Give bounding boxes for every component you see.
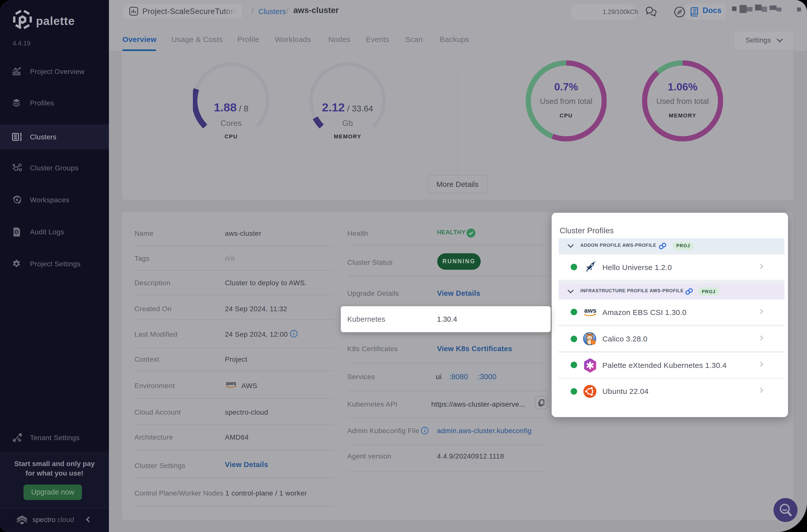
svg-text:aws: aws — [226, 380, 236, 386]
svg-text:aws: aws — [584, 306, 596, 314]
